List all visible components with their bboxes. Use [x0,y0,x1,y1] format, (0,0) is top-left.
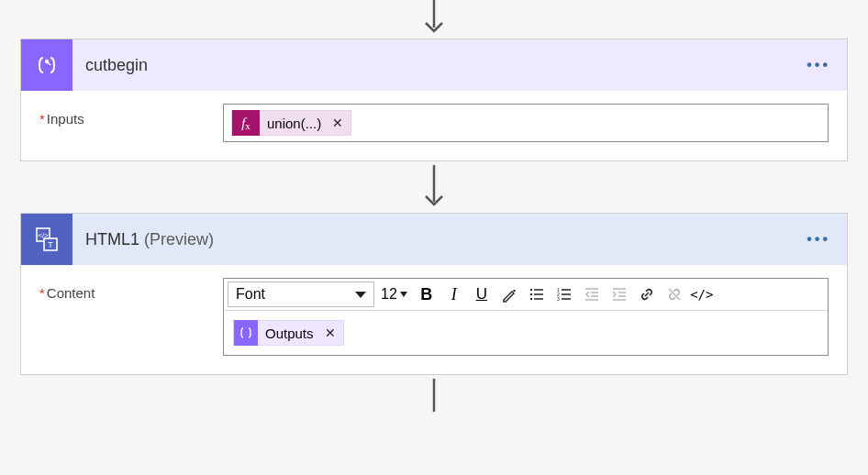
editor-content[interactable]: Outputs ✕ [224,311,828,355]
html-card: </> T HTML1 (Preview) ••• *Content Font [20,213,848,375]
expression-text: union(...) [267,116,321,131]
svg-text:3: 3 [557,296,560,302]
inputs-label: *Inputs [39,104,223,127]
font-size-picker[interactable]: 12 [376,282,412,307]
html-body: *Content Font 12 B I U [21,265,847,374]
compose-body: *Inputs fx union(...) ✕ [21,91,847,160]
inputs-field[interactable]: fx union(...) ✕ [223,104,829,142]
svg-text:T: T [48,240,53,249]
svg-point-9 [530,289,532,291]
html-title: HTML1 (Preview) [85,230,788,249]
compose-card: cutbegin ••• *Inputs fx union(...) ✕ [20,39,848,161]
svg-point-13 [530,298,532,300]
fx-icon: fx [232,110,260,136]
font-picker[interactable]: Font [228,282,374,307]
unlink-button[interactable] [662,282,687,307]
expression-chip[interactable]: fx union(...) ✕ [231,110,351,136]
compose-token-icon [234,320,258,346]
svg-line-2 [49,63,51,66]
content-editor: Font 12 B I U [223,278,829,356]
compose-menu-button[interactable]: ••• [801,57,836,73]
html-menu-button[interactable]: ••• [801,231,836,248]
indent-button[interactable] [606,282,632,307]
expression-remove[interactable]: ✕ [328,116,343,130]
link-button[interactable] [634,282,660,307]
html-icon: </> T [21,214,72,265]
flow-arrow [420,0,448,39]
chevron-down-icon [400,292,407,297]
bullet-list-button[interactable] [524,282,550,307]
flow-arrow [420,161,448,213]
editor-toolbar: Font 12 B I U [224,279,828,311]
code-view-button[interactable]: </> [689,282,715,307]
color-picker-button[interactable] [496,282,522,307]
flow-arrow [420,375,448,412]
svg-point-8 [513,290,515,292]
outputs-token-text: Outputs [265,326,314,341]
outputs-token-remove[interactable]: ✕ [321,326,336,340]
bold-button[interactable]: B [414,282,440,307]
underline-button[interactable]: U [469,282,495,307]
html-header[interactable]: </> T HTML1 (Preview) ••• [21,214,847,265]
svg-point-11 [530,293,532,295]
compose-title: cutbegin [85,56,788,75]
content-label: *Content [39,278,223,301]
chevron-down-icon [355,292,366,298]
italic-button[interactable]: I [441,282,467,307]
numbered-list-button[interactable]: 123 [551,282,577,307]
outputs-token[interactable]: Outputs ✕ [233,320,344,346]
compose-icon [21,39,72,91]
compose-header[interactable]: cutbegin ••• [21,39,847,91]
outdent-button[interactable] [579,282,605,307]
